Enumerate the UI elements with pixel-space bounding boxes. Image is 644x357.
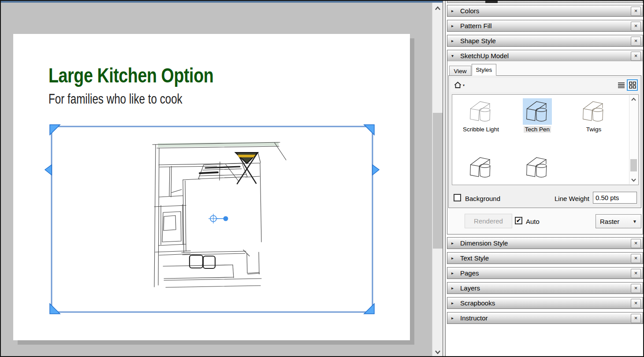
- close-icon[interactable]: ×: [631, 254, 641, 263]
- panel-label: Pattern Fill: [460, 22, 492, 30]
- rendered-button-disabled[interactable]: Rendered: [465, 214, 512, 228]
- close-icon[interactable]: ×: [631, 22, 641, 31]
- expander-icon[interactable]: ▸: [451, 8, 456, 13]
- selection-overlay: [1, 1, 443, 356]
- expander-icon[interactable]: ▾: [451, 53, 456, 58]
- home-caret-icon: ▾: [463, 83, 465, 87]
- selection-handle-left[interactable]: [45, 165, 52, 175]
- background-checkbox[interactable]: [454, 194, 461, 201]
- expander-icon[interactable]: ▸: [451, 271, 456, 275]
- style-item-unnamed-2[interactable]: [510, 154, 565, 185]
- render-mode-dropdown[interactable]: Raster ▼: [596, 214, 641, 228]
- close-icon[interactable]: ×: [631, 299, 641, 308]
- close-icon[interactable]: ×: [631, 269, 641, 278]
- panel-header-dimension-style[interactable]: ▸ Dimension Style ×: [447, 237, 643, 249]
- style-thumbnail: [523, 98, 552, 125]
- panel-label: Dimension Style: [460, 239, 508, 247]
- line-weight-input[interactable]: [593, 192, 637, 204]
- styles-scrollbar[interactable]: [629, 95, 638, 184]
- style-item-tech-pen[interactable]: Tech Pen: [510, 98, 565, 133]
- selection-handle-top-left[interactable]: [50, 125, 60, 135]
- panel-header-shape-style[interactable]: ▸ Shape Style ×: [447, 35, 643, 47]
- scroll-down-icon[interactable]: [435, 350, 441, 354]
- styles-toolbar: ▾: [450, 78, 639, 92]
- tab-styles[interactable]: Styles: [472, 64, 496, 76]
- line-weight-label: Line Weight: [555, 195, 589, 202]
- expander-icon[interactable]: ▸: [451, 256, 456, 260]
- style-thumbnail: [579, 98, 608, 125]
- auto-label: Auto: [526, 218, 540, 225]
- sketchup-model-panel-body: View Styles ▾: [447, 61, 643, 234]
- close-icon[interactable]: ×: [631, 37, 641, 46]
- styles-list: Scribble Light Tech Pen: [452, 94, 639, 185]
- selection-handle-top-right[interactable]: [364, 125, 374, 135]
- scroll-up-icon[interactable]: [631, 97, 637, 101]
- canvas-vertical-scrollbar[interactable]: [432, 3, 443, 356]
- tray-splitter[interactable]: [443, 1, 446, 356]
- selection-handle-bottom-left[interactable]: [50, 304, 60, 314]
- selection-handle-bottom-right[interactable]: [364, 304, 374, 314]
- close-icon[interactable]: ×: [631, 284, 641, 293]
- panel-header-layers[interactable]: ▸ Layers ×: [447, 282, 643, 294]
- grid-view-icon: [629, 82, 636, 89]
- close-icon[interactable]: ×: [631, 314, 641, 323]
- panel-tray: ▸ Colors × ▸ Pattern Fill × ▸ Shape Styl…: [446, 1, 643, 356]
- styles-scrollbar-thumb[interactable]: [630, 159, 637, 171]
- dropdown-caret-icon: ▼: [633, 219, 637, 224]
- expander-icon[interactable]: ▸: [451, 301, 456, 305]
- expander-icon[interactable]: ▸: [451, 38, 456, 43]
- expander-icon[interactable]: ▸: [451, 241, 456, 245]
- home-icon: [454, 82, 462, 89]
- style-name: Tech Pen: [524, 126, 551, 133]
- list-view-button[interactable]: [616, 80, 626, 90]
- style-name: Scribble Light: [462, 126, 500, 133]
- expander-icon[interactable]: ▸: [451, 23, 456, 28]
- canvas-scrollbar-thumb[interactable]: [433, 113, 443, 249]
- auto-checkbox-checked[interactable]: ✔: [515, 217, 522, 224]
- cutoff-panel-fragment: [447, 1, 643, 3]
- panel-label: Text Style: [460, 254, 489, 262]
- background-label: Background: [465, 195, 500, 202]
- style-thumbnail: [523, 154, 552, 181]
- render-mode-value: Raster: [600, 218, 619, 225]
- panel-header-pattern-fill[interactable]: ▸ Pattern Fill ×: [447, 20, 643, 32]
- list-view-icon: [618, 82, 625, 88]
- tab-view[interactable]: View: [449, 66, 471, 76]
- style-thumbnail: [466, 98, 495, 125]
- scroll-down-icon[interactable]: [631, 178, 637, 182]
- style-item-twigs[interactable]: Twigs: [566, 98, 622, 133]
- panel-label: Colors: [460, 7, 479, 15]
- check-icon: ✔: [516, 217, 521, 224]
- panel-header-pages[interactable]: ▸ Pages ×: [447, 267, 643, 279]
- panel-label: Layers: [460, 284, 480, 292]
- scroll-up-icon[interactable]: [435, 6, 441, 11]
- expander-icon[interactable]: ▸: [451, 286, 456, 290]
- style-item-unnamed-1[interactable]: [453, 154, 509, 185]
- style-thumbnail: [466, 154, 495, 181]
- style-item-scribble-light[interactable]: Scribble Light: [453, 98, 509, 133]
- panel-label: Scrapbooks: [460, 299, 495, 307]
- close-icon[interactable]: ×: [631, 52, 641, 61]
- grid-view-button-selected[interactable]: [627, 79, 638, 91]
- panel-header-scrapbooks[interactable]: ▸ Scrapbooks ×: [447, 297, 643, 309]
- expander-icon[interactable]: ▸: [451, 316, 456, 320]
- home-styles-button[interactable]: ▾: [454, 81, 469, 89]
- panel-header-instructor[interactable]: ▸ Instructor ×: [447, 312, 643, 324]
- panel-header-colors[interactable]: ▸ Colors ×: [447, 5, 643, 17]
- drawing-canvas[interactable]: Large Kitchen Option For families who li…: [1, 1, 443, 356]
- selection-handle-right[interactable]: [372, 165, 379, 175]
- panel-label: SketchUp Model: [460, 52, 509, 60]
- close-icon[interactable]: ×: [631, 239, 641, 248]
- selection-bounds[interactable]: [52, 126, 372, 312]
- styles-tab-content: ▾: [448, 75, 641, 208]
- panel-label: Pages: [460, 269, 479, 277]
- layout-window: Large Kitchen Option For families who li…: [0, 0, 644, 357]
- panel-header-sketchup-model[interactable]: ▾ SketchUp Model ×: [447, 50, 643, 62]
- panel-label: Shape Style: [460, 37, 496, 45]
- close-icon[interactable]: ×: [631, 7, 641, 16]
- panel-header-text-style[interactable]: ▸ Text Style ×: [447, 252, 643, 264]
- style-name: Twigs: [585, 126, 603, 133]
- panel-label: Instructor: [460, 314, 488, 322]
